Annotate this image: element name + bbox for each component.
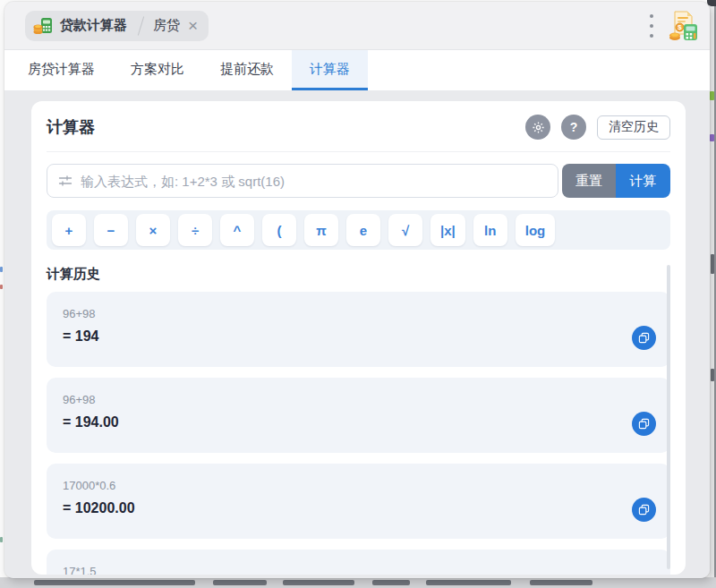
titlebar-actions: $	[644, 10, 699, 42]
operator-button[interactable]: +	[52, 214, 86, 246]
operator-button[interactable]: −	[94, 214, 128, 246]
history-expression: 96+98	[63, 307, 654, 320]
tab-navigation: 房贷计算器 方案对比 提前还款 计算器	[4, 50, 710, 91]
expression-input-wrap	[47, 164, 558, 198]
header-divider	[47, 151, 670, 152]
history-result: = 10200.00	[63, 500, 654, 516]
copy-icon	[638, 332, 650, 344]
clear-history-button[interactable]: 清空历史	[597, 115, 670, 140]
svg-text:$: $	[678, 23, 682, 31]
history-expression: 17000*0.6	[63, 479, 654, 492]
history-item: 17*1.5	[47, 550, 670, 575]
panel-header: 计算器 ? 清空历史	[47, 114, 670, 141]
operator-button[interactable]: (	[262, 214, 296, 246]
expression-input[interactable]	[81, 174, 547, 189]
kebab-menu-icon[interactable]	[644, 11, 659, 41]
copy-button[interactable]	[632, 498, 656, 522]
background-page-bottom-strip	[0, 577, 716, 588]
history-title: 计算历史	[47, 266, 670, 283]
nav-tab[interactable]: 房贷计算器	[10, 50, 113, 90]
content-area: 计算器 ? 清空历史	[4, 91, 710, 578]
page-title: 计算器	[47, 116, 95, 138]
operator-bar: + − × ÷ ^ ( π e √ |x|	[47, 210, 670, 250]
operator-button[interactable]: ^	[220, 214, 254, 246]
question-icon: ?	[570, 120, 578, 134]
operator-button[interactable]: ÷	[178, 214, 212, 246]
history-item: 96+98 = 194	[47, 292, 670, 367]
app-tab-title: 贷款计算器	[60, 17, 127, 34]
settings-button[interactable]	[525, 115, 550, 140]
history-expression: 96+98	[63, 393, 654, 406]
history-result: = 194	[63, 328, 654, 345]
history-expression: 17*1.5	[63, 565, 654, 575]
help-button[interactable]: ?	[561, 115, 586, 140]
background-speck	[0, 285, 3, 289]
titlebar: 贷款计算器 房贷 × $	[4, 2, 710, 50]
operator-button[interactable]: e	[346, 214, 380, 246]
copy-button[interactable]	[632, 326, 656, 350]
operator-button[interactable]: π	[304, 214, 338, 246]
nav-tab[interactable]: 方案对比	[113, 50, 202, 90]
background-speck	[0, 537, 3, 542]
history-item: 17000*0.6 = 10200.00	[47, 464, 670, 539]
calculate-button[interactable]: 计算	[616, 164, 670, 198]
app-tab[interactable]: 贷款计算器 房贷 ×	[25, 11, 209, 41]
finance-calculator-icon: $	[667, 10, 699, 42]
nav-tab[interactable]: 提前还款	[202, 50, 292, 90]
scroll-marker-purple	[710, 134, 714, 141]
calculator-panel: 计算器 ? 清空历史	[31, 101, 686, 575]
page-tab-title[interactable]: 房贷	[153, 17, 180, 34]
header-actions: ? 清空历史	[525, 115, 670, 140]
operator-button[interactable]: √	[388, 214, 422, 246]
gear-icon	[532, 121, 545, 134]
operator-button[interactable]: ×	[136, 214, 170, 246]
close-icon[interactable]: ×	[188, 17, 198, 34]
operator-button[interactable]: ln	[473, 214, 507, 246]
reset-button[interactable]: 重置	[562, 164, 616, 198]
loan-calculator-popup: 贷款计算器 房贷 × $	[4, 2, 710, 578]
operator-button[interactable]: log	[516, 214, 556, 246]
scroll-marker-green	[710, 91, 714, 100]
copy-icon	[638, 418, 650, 430]
scroll-marker-gray	[711, 254, 714, 274]
history-list: 96+98 = 194 96+98 = 194.00	[47, 292, 670, 575]
tune-sliders-icon	[58, 174, 72, 188]
operator-button[interactable]: |x|	[430, 214, 465, 246]
history-result: = 194.00	[63, 414, 654, 430]
scroll-marker-gray	[711, 369, 714, 381]
background-speck	[0, 267, 3, 272]
copy-icon	[638, 504, 650, 516]
history-item: 96+98 = 194.00	[47, 378, 670, 453]
loan-calculator-app-icon	[33, 16, 53, 36]
copy-button[interactable]	[632, 412, 656, 436]
expression-input-row: 重置 计算	[47, 164, 670, 198]
history-scrollbar[interactable]	[667, 265, 670, 569]
tab-divider	[138, 16, 144, 35]
nav-tab[interactable]: 计算器	[292, 50, 368, 90]
